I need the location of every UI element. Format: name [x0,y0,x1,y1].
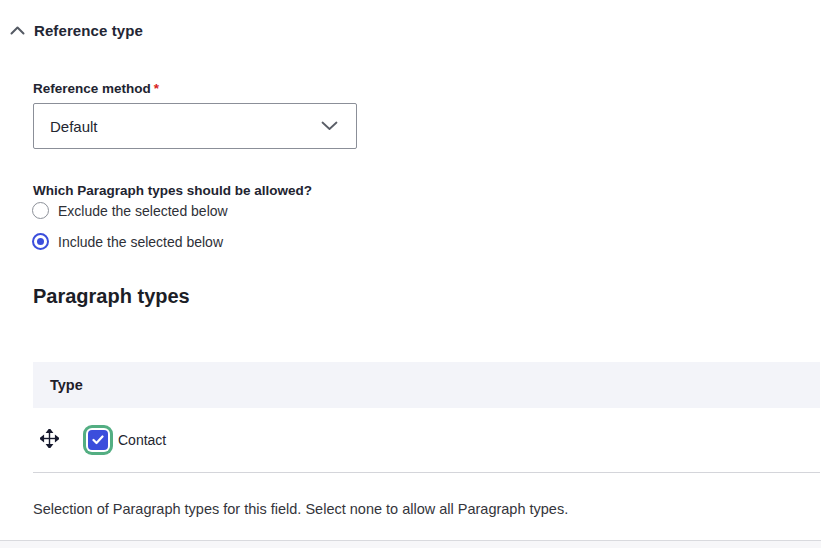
section-bottom-divider [0,540,821,548]
table-row: Contact [33,408,820,473]
reference-method-label: Reference method* [33,81,159,96]
chevron-down-icon [321,121,338,131]
section-header-reference-type[interactable]: Reference type [10,22,143,39]
row-checkbox[interactable] [88,430,108,450]
allowed-types-question: Which Paragraph types should be allowed? [33,183,312,198]
paragraph-types-heading: Paragraph types [33,285,190,308]
reference-method-selected-value: Default [50,118,98,135]
radio-option-label: Include the selected below [58,234,223,250]
checkmark-icon [88,430,108,450]
paragraph-types-table: Type Cont [33,362,820,473]
table-description: Selection of Paragraph types for this fi… [33,501,568,517]
row-type-label: Contact [118,432,166,448]
reference-method-label-text: Reference method [33,81,151,96]
column-header-type: Type [50,377,83,393]
chevron-up-icon [10,26,25,35]
reference-method-select[interactable]: Default [33,103,357,149]
radio-option-include[interactable]: Include the selected below [32,233,223,250]
required-marker: * [154,81,159,96]
drag-handle-icon[interactable] [39,429,59,452]
radio-unselected-icon[interactable] [32,202,49,219]
radio-option-exclude[interactable]: Exclude the selected below [32,202,228,219]
table-header-row: Type [33,362,820,408]
radio-option-label: Exclude the selected below [58,203,228,219]
field-settings-panel: Reference type Reference method* Default… [0,0,821,548]
section-title: Reference type [34,22,143,39]
radio-selected-icon[interactable] [32,233,49,250]
